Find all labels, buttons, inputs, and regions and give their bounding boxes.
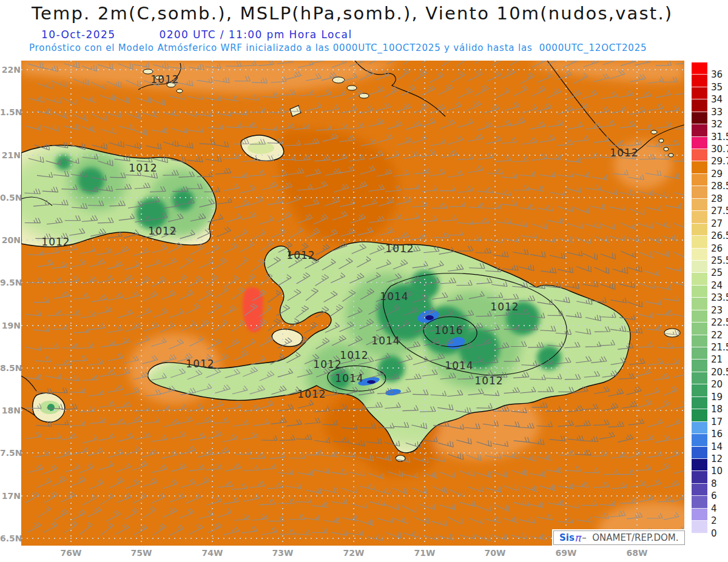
colorbar-tick-label: 26.5 [711,230,728,241]
colorbar-box [692,360,707,372]
colorbar-box [692,261,707,273]
colorbar-tick-label: 2 [711,515,717,526]
colorbar-box [692,521,707,533]
colorbar-tick-label: 32 [711,119,723,130]
colorbar-box [692,509,707,521]
lon-label: 72W [335,548,372,558]
lon-label: 71W [406,548,443,558]
lat-label: 17N [0,491,21,501]
lon-label: 75W [123,548,160,558]
colorbar-tick-label: 24 [711,280,723,291]
colorbar-box [692,534,707,546]
colorbar-tick-label: 21 [711,354,723,365]
temperature-colorbar: 363534333231.530.729.72928.52827.52726.5… [692,62,728,547]
watermark-sis: Sis [559,532,575,543]
colorbar-box [692,372,707,384]
colorbar-box [692,286,707,298]
colorbar-box [692,211,707,223]
colorbar-tick-label: 20.5 [711,367,728,378]
colorbar-tick-label: 27.5 [711,206,728,216]
colorbar-tick-label: 20 [711,379,723,390]
colorbar-tick-label: 28 [711,193,723,204]
lon-label: 74W [194,548,231,558]
colorbar-box [692,384,707,396]
lon-label: 68W [619,548,655,558]
colorbar-box [692,186,707,198]
page-title: Temp. 2m(C,somb.), MSLP(hPa,somb.), Vien… [32,3,723,24]
colorbar-tick-label: 17 [711,416,723,427]
colorbar-box [692,323,707,335]
colorbar-box [692,484,707,496]
lat-label: 1.5N [0,107,21,117]
colorbar-tick-label: 18 [711,404,723,415]
colorbar-box [692,298,707,310]
colorbar-box [692,112,707,124]
lat-label: 20N [0,235,21,245]
colorbar-tick-label: 33 [711,107,723,118]
colorbar-tick-label: 0 [711,528,717,539]
colorbar-tick-label: 8 [711,478,717,489]
colorbar-box [692,199,707,211]
lon-label: 73W [265,548,301,558]
colorbar-tick-label: 23.5 [711,292,728,303]
colorbar-tick-label: 23 [711,305,723,316]
colorbar-tick-label: 6 [711,490,717,501]
colorbar-tick-label: 16 [711,429,723,440]
datetime-line: 10-Oct-20250200 UTC / 11:00 pm Hora Loca… [41,28,352,41]
colorbar-box [692,99,707,112]
colorbar-box [692,422,707,434]
colorbar-box [692,124,707,136]
colorbar-tick-label: 22 [711,330,723,341]
colorbar-box [692,149,707,161]
watermark: Sisπ– ONAMET/REP.DOM. [553,530,685,545]
colorbar-box [692,397,707,409]
colorbar-tick-label: 21.5 [711,342,728,353]
colorbar-box [692,310,707,323]
colorbar-tick-label: 12 [711,453,723,464]
colorbar-tick-label: 29 [711,169,723,179]
colorbar-box [692,161,707,173]
watermark-org: – ONAMET/REP.DOM. [582,532,678,543]
colorbar-box [692,447,707,459]
colorbar-tick-label: 34 [711,94,723,105]
colorbar-box [692,174,707,186]
weather-forecast-page: Temp. 2m(C,somb.), MSLP(hPa,somb.), Vien… [0,0,728,562]
colorbar-tick-label: 22.5 [711,317,728,328]
colorbar-tick-label: 30.7 [711,144,728,155]
model-init-line: Pronóstico con el Modelo Atmósferico WRF… [29,42,647,53]
lat-label: 8.5N [0,363,21,373]
lon-label: 69W [548,548,584,558]
colorbar-tick-label: 4 [711,503,717,514]
colorbar-tick-label: 10 [711,466,723,477]
colorbar-box [692,75,707,87]
lat-label: 22N [0,65,21,75]
lat-label: 21N [0,150,21,160]
colorbar-tick-label: 26 [711,243,723,254]
colorbar-tick-label: 29.7 [711,156,728,167]
colorbar-box [692,471,707,483]
colorbar-tick-label: 25.5 [711,255,728,266]
colorbar-box [692,347,707,360]
colorbar-box [692,137,707,149]
colorbar-tick-label: 25 [711,267,723,278]
colorbar-box [692,249,707,261]
colorbar-box [692,236,707,248]
watermark-pi-icon: π [575,532,581,544]
colorbar-box [692,496,707,508]
colorbar-tick-label: 19 [711,392,723,403]
lat-label: 7.5N [0,448,21,458]
forecast-date: 10-Oct-2025 [41,28,115,41]
colorbar-box [692,434,707,446]
lon-label: 76W [53,548,89,558]
forecast-time: 0200 UTC / 11:00 pm Hora Local [159,28,352,41]
lat-label: 6.5N [0,534,21,543]
colorbar-tick-label: 28.5 [711,181,728,192]
colorbar-tick-label: 36 [711,69,723,80]
colorbar-tick-label: 35 [711,82,723,93]
colorbar-box [692,273,707,285]
colorbar-tick-label: 31.5 [711,132,728,142]
lat-label: 19N [0,321,21,330]
colorbar-box [692,409,707,421]
colorbar-box [692,62,707,75]
colorbar-box [692,459,707,471]
